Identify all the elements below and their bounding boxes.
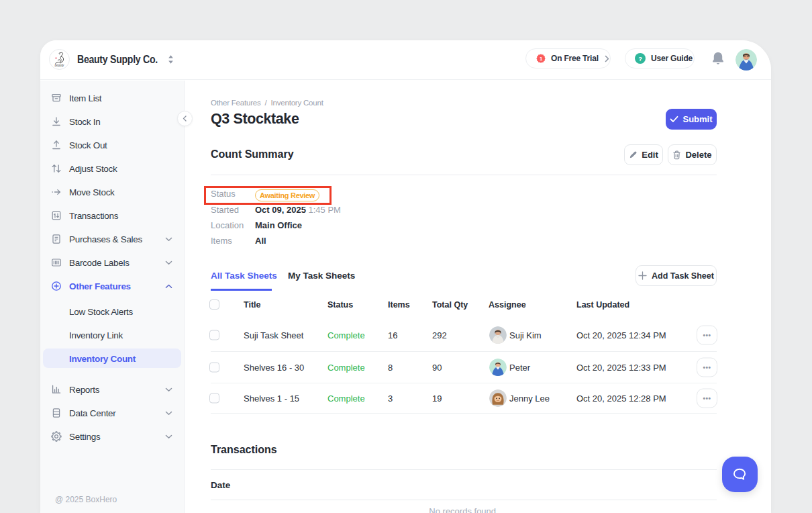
- svg-text:?: ?: [638, 55, 642, 62]
- svg-text:beauty: beauty: [55, 63, 65, 67]
